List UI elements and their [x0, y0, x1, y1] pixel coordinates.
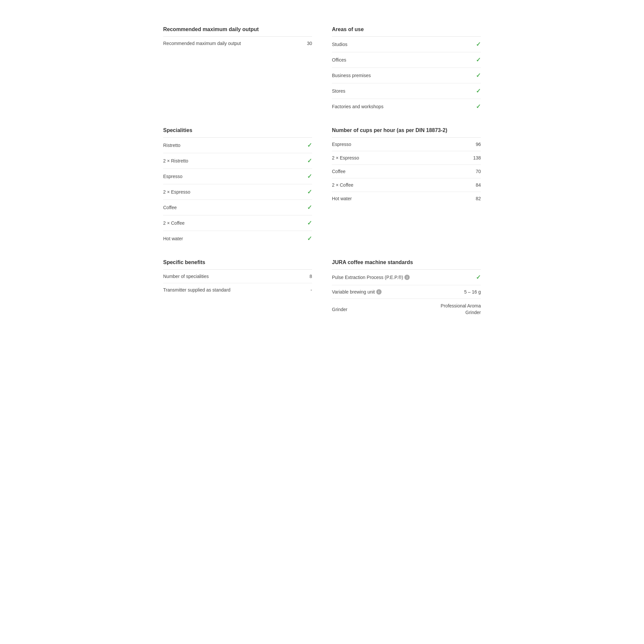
recommended-label: Recommended maximum daily output	[163, 41, 241, 46]
double-coffee-cups-label: 2 × Coffee	[332, 182, 353, 188]
double-espresso-label: 2 × Espresso	[163, 189, 190, 195]
hot-water-cups-row: Hot water 82	[332, 192, 481, 205]
coffee-label: Coffee	[163, 205, 177, 210]
transmitter-row: Transmitter supplied as standard -	[163, 283, 312, 297]
ristretto-row: Ristretto ✓	[163, 138, 312, 153]
double-espresso-cups-value: 138	[473, 155, 481, 161]
specific-benefits-section: Specific benefits Number of specialities…	[163, 259, 312, 320]
stores-label: Stores	[332, 88, 345, 94]
ristretto-label: Ristretto	[163, 143, 180, 148]
recommended-value: 30	[307, 41, 312, 46]
cups-per-hour-header: Number of cups per hour (as per DIN 1887…	[332, 127, 481, 138]
double-ristretto-label: 2 × Ristretto	[163, 158, 188, 163]
hot-water-check: ✓	[307, 235, 312, 242]
recommended-section: Recommended maximum daily output Recomme…	[163, 26, 312, 114]
pep-info-icon[interactable]: i	[404, 275, 410, 280]
espresso-cups-label: Espresso	[332, 142, 351, 147]
studios-label: Studios	[332, 42, 347, 47]
jura-standards-section: JURA coffee machine standards Pulse Extr…	[332, 259, 481, 320]
coffee-cups-label: Coffee	[332, 169, 345, 174]
double-espresso-check: ✓	[307, 188, 312, 196]
stores-row: Stores ✓	[332, 83, 481, 99]
areas-of-use-header: Areas of use	[332, 26, 481, 37]
business-premises-row: Business premises ✓	[332, 68, 481, 83]
brewing-unit-row: Variable brewing unit i 5 – 16 g	[332, 285, 481, 299]
areas-of-use-section: Areas of use Studios ✓ Offices ✓ Busines…	[332, 26, 481, 114]
specific-benefits-header: Specific benefits	[163, 259, 312, 270]
num-specialities-row: Number of specialities 8	[163, 270, 312, 283]
espresso-cups-row: Espresso 96	[332, 138, 481, 151]
double-espresso-cups-label: 2 × Espresso	[332, 155, 359, 161]
pep-label-container: Pulse Extraction Process (P.E.P.®) i	[332, 275, 410, 280]
studios-row: Studios ✓	[332, 37, 481, 52]
specialities-section: Specialities Ristretto ✓ 2 × Ristretto ✓…	[163, 127, 312, 246]
coffee-row: Coffee ✓	[163, 200, 312, 215]
double-coffee-cups-value: 84	[476, 182, 481, 188]
page-container: Recommended maximum daily output Recomme…	[163, 26, 481, 333]
double-coffee-label: 2 × Coffee	[163, 220, 185, 226]
double-coffee-cups-row: 2 × Coffee 84	[332, 178, 481, 192]
double-espresso-cups-row: 2 × Espresso 138	[332, 151, 481, 165]
brewing-unit-label-container: Variable brewing unit i	[332, 289, 382, 295]
factories-label: Factories and workshops	[332, 104, 384, 109]
jura-standards-header: JURA coffee machine standards	[332, 259, 481, 270]
recommended-header: Recommended maximum daily output	[163, 26, 312, 37]
transmitter-label: Transmitter supplied as standard	[163, 287, 230, 293]
num-specialities-value: 8	[309, 274, 312, 279]
double-ristretto-row: 2 × Ristretto ✓	[163, 153, 312, 169]
studios-check: ✓	[476, 41, 481, 48]
hot-water-cups-label: Hot water	[332, 196, 352, 201]
double-coffee-row: 2 × Coffee ✓	[163, 215, 312, 231]
bottom-section: Specific benefits Number of specialities…	[163, 259, 481, 333]
brewing-unit-info-icon[interactable]: i	[376, 289, 382, 295]
pep-row: Pulse Extraction Process (P.E.P.®) i ✓	[332, 270, 481, 285]
coffee-check: ✓	[307, 204, 312, 211]
hot-water-label: Hot water	[163, 236, 183, 241]
hot-water-row: Hot water ✓	[163, 231, 312, 246]
factories-check: ✓	[476, 103, 481, 110]
coffee-cups-value: 70	[476, 169, 481, 174]
num-specialities-label: Number of specialities	[163, 274, 209, 279]
middle-section: Specialities Ristretto ✓ 2 × Ristretto ✓…	[163, 127, 481, 259]
pep-check: ✓	[476, 274, 481, 281]
offices-label: Offices	[332, 57, 346, 63]
offices-check: ✓	[476, 56, 481, 64]
top-section: Recommended maximum daily output Recomme…	[163, 26, 481, 127]
factories-row: Factories and workshops ✓	[332, 99, 481, 114]
business-premises-check: ✓	[476, 72, 481, 79]
transmitter-value: -	[310, 287, 312, 293]
pep-label: Pulse Extraction Process (P.E.P.®)	[332, 275, 403, 280]
grinder-row: Grinder Professional AromaGrinder	[332, 299, 481, 320]
espresso-cups-value: 96	[476, 142, 481, 147]
grinder-value: Professional AromaGrinder	[441, 303, 481, 316]
brewing-unit-label: Variable brewing unit	[332, 289, 375, 295]
coffee-cups-row: Coffee 70	[332, 165, 481, 178]
grinder-label: Grinder	[332, 307, 347, 312]
hot-water-cups-value: 82	[476, 196, 481, 201]
cups-per-hour-section: Number of cups per hour (as per DIN 1887…	[332, 127, 481, 246]
recommended-row: Recommended maximum daily output 30	[163, 37, 312, 50]
double-espresso-row: 2 × Espresso ✓	[163, 184, 312, 200]
ristretto-check: ✓	[307, 142, 312, 149]
stores-check: ✓	[476, 87, 481, 95]
offices-row: Offices ✓	[332, 52, 481, 68]
espresso-label: Espresso	[163, 174, 182, 179]
espresso-check: ✓	[307, 173, 312, 180]
business-premises-label: Business premises	[332, 73, 371, 78]
espresso-row: Espresso ✓	[163, 169, 312, 184]
brewing-unit-value: 5 – 16 g	[464, 289, 481, 295]
double-ristretto-check: ✓	[307, 157, 312, 164]
double-coffee-check: ✓	[307, 219, 312, 227]
specialities-header: Specialities	[163, 127, 312, 138]
